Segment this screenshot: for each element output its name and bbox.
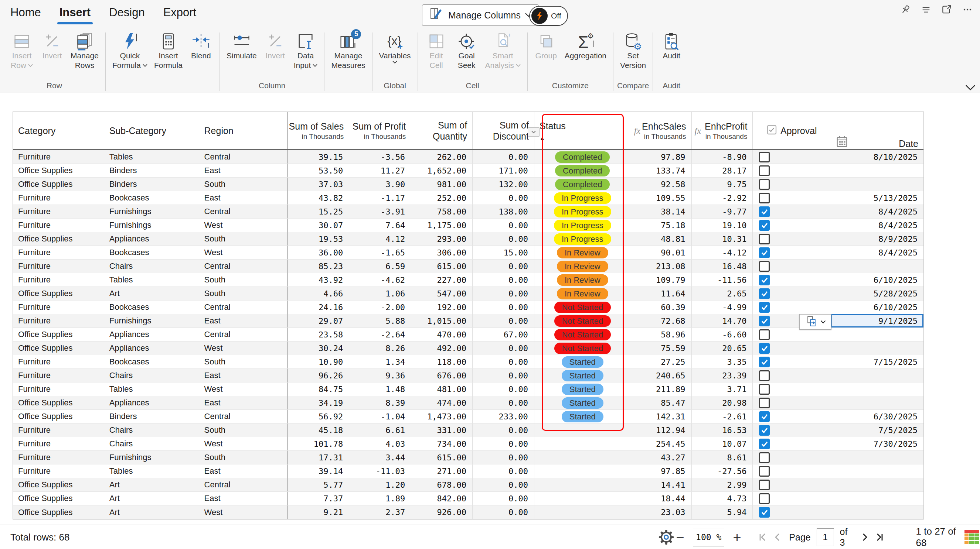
cell-sales[interactable]: 7.37 [288,492,349,505]
cell-date[interactable]: 7/15/2025 [831,355,923,368]
cell-enhcsales[interactable]: 14.41 [631,478,692,492]
insert-row-button[interactable]: InsertRow [6,32,37,70]
cell-region[interactable]: Central [199,150,288,163]
cell-approval[interactable] [753,219,831,232]
aggregation-button[interactable]: Σ⚙Aggregation [561,32,610,70]
cell-date[interactable] [831,328,923,341]
column-header-profit[interactable]: Sum of Profitin Thousands [349,112,411,149]
cell-quantity[interactable]: 331.00 [411,424,473,437]
cell-status[interactable]: In Review [535,246,631,259]
cell-date[interactable]: 7/30/2025 [831,437,923,451]
cell-sales[interactable]: 30.07 [288,219,349,232]
list-icon[interactable] [919,2,934,17]
cell-status[interactable]: Not Started [535,341,631,355]
cell-sales[interactable]: 30.24 [288,341,349,355]
cell-status[interactable]: Started [535,355,631,368]
popout-icon[interactable] [939,2,954,17]
cell-quantity[interactable]: 678.00 [411,478,473,492]
cell-status[interactable] [535,465,631,478]
cell-approval[interactable] [753,341,831,355]
cell-sales[interactable]: 34.19 [288,396,349,409]
cell-enhcprofit[interactable]: 19.10 [692,219,753,232]
cell-quantity[interactable]: 981.00 [411,178,473,191]
cell-category[interactable]: Office Supplies [13,232,104,246]
cell-approval[interactable] [753,355,831,368]
cell-approval[interactable] [753,287,831,300]
cell-category[interactable]: Furniture [13,437,104,451]
gear-icon[interactable] [658,528,675,546]
cell-date[interactable]: 5/13/2025 [831,191,923,205]
cell-category[interactable]: Furniture [13,191,104,205]
approval-checkbox[interactable] [759,179,770,190]
cell-enhcprofit[interactable]: 10.07 [692,437,753,451]
cell-quantity[interactable]: 293.00 [411,232,473,246]
cell-quantity[interactable]: 1,473.00 [411,410,473,423]
cell-profit[interactable]: -1.65 [349,246,411,259]
cell-quantity[interactable]: 1,652.00 [411,164,473,177]
status-pill[interactable]: In Review [557,288,608,300]
cell-date[interactable]: 6/30/2025 [831,410,923,423]
cell-enhcsales[interactable]: 97.85 [631,465,692,478]
cell-region[interactable]: South [199,355,288,368]
cell-category[interactable]: Furniture [13,246,104,259]
cell-enhcsales[interactable]: 240.65 [631,369,692,382]
cell-sales[interactable]: 56.92 [288,410,349,423]
cell-enhcsales[interactable]: 211.89 [631,382,692,396]
approval-checkbox[interactable] [759,439,770,449]
cell-category[interactable]: Office Supplies [13,396,104,409]
cell-discount[interactable]: 0.00 [473,437,535,451]
cell-category[interactable]: Furniture [13,382,104,396]
cell-enhcprofit[interactable]: -11.56 [692,273,753,287]
cell-sales[interactable]: 15.25 [288,205,349,218]
cell-approval[interactable] [753,205,831,218]
cell-enhcprofit[interactable]: -6.60 [692,328,753,341]
status-pill[interactable]: Started [562,356,603,368]
cell-region[interactable]: West [199,505,288,519]
cell-category[interactable]: Furniture [13,260,104,273]
cell-status[interactable]: Not Started [535,300,631,314]
cell-region[interactable]: East [199,492,288,505]
cell-profit[interactable]: 11.27 [349,164,411,177]
tab-export[interactable]: Export [162,6,197,19]
cell-enhcsales[interactable]: 142.31 [631,410,692,423]
paste-options-button[interactable] [799,314,832,330]
approval-checkbox[interactable] [759,466,770,477]
ai-assist-toggle[interactable]: Off [529,6,568,26]
cell-approval[interactable] [753,300,831,314]
approval-checkbox[interactable] [759,193,770,203]
column-header-sales[interactable]: Sum of Salesin Thousands [288,112,349,149]
cell-quantity[interactable]: 492.00 [411,341,473,355]
set-version-button[interactable]: ⚙SetVersion [617,32,649,70]
cell-profit[interactable]: 4.12 [349,232,411,246]
tab-design[interactable]: Design [108,6,146,19]
cell-category[interactable]: Furniture [13,273,104,287]
cell-enhcsales[interactable]: 90.01 [631,246,692,259]
approval-checkbox[interactable] [759,152,770,162]
cell-enhcprofit[interactable]: 2.99 [692,478,753,492]
approval-checkbox[interactable] [759,398,770,408]
cell-date[interactable] [831,341,923,355]
cell-quantity[interactable]: 474.00 [411,396,473,409]
cell-enhcprofit[interactable]: 20.98 [692,396,753,409]
cell-approval[interactable] [753,273,831,287]
approval-checkbox[interactable] [759,343,770,354]
cell-status[interactable]: In Progress [535,205,631,218]
cell-subcategory[interactable]: Tables [104,465,199,478]
cell-enhcsales[interactable]: 85.47 [631,396,692,409]
cell-category[interactable]: Furniture [13,369,104,382]
manage-columns-button[interactable]: Manage Columns [422,5,539,26]
cell-subcategory[interactable]: Binders [104,178,199,191]
cell-sales[interactable]: 43.82 [288,191,349,205]
cell-enhcsales[interactable]: 18.44 [631,492,692,505]
cell-enhcprofit[interactable]: 4.73 [692,492,753,505]
cell-region[interactable]: East [199,314,288,327]
status-pill[interactable]: Completed [555,179,610,190]
cell-date[interactable] [831,382,923,396]
cell-region[interactable]: South [199,451,288,464]
cell-discount[interactable]: 0.00 [473,382,535,396]
cell-status[interactable]: In Progress [535,219,631,232]
cell-region[interactable]: Central [199,328,288,341]
cell-status[interactable]: In Progress [535,232,631,246]
cell-enhcsales[interactable]: 27.25 [631,355,692,368]
cell-quantity[interactable]: 547.00 [411,287,473,300]
